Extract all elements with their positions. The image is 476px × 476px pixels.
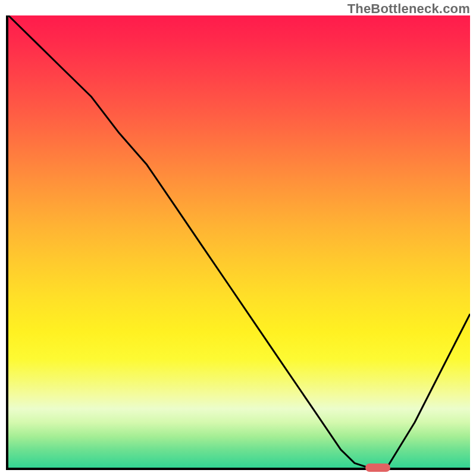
optimal-marker	[365, 464, 390, 472]
chart-area	[6, 15, 470, 470]
watermark-text: TheBottleneck.com	[347, 1, 470, 17]
bottleneck-curve	[8, 15, 470, 468]
curve-path	[8, 15, 470, 468]
chart-page: TheBottleneck.com	[0, 0, 476, 476]
